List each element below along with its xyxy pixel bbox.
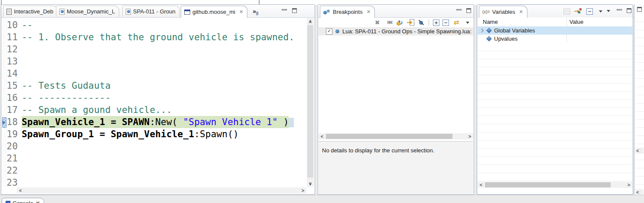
- column-header-value[interactable]: Value: [569, 19, 583, 25]
- line-number[interactable]: 19: [2, 128, 22, 140]
- code-line-10[interactable]: 10--: [2, 19, 306, 31]
- variables-tree[interactable]: Global VariablesUpvalues: [478, 26, 632, 43]
- variable-name: Upvalues: [494, 35, 517, 42]
- editor-horizontal-scrollbar[interactable]: < >: [17, 187, 306, 193]
- show-supported-breakpoints-button[interactable]: ↻: [397, 19, 404, 26]
- breakpoint-label: Lua: SPA-011 - Ground Ops - Simple Spawn…: [342, 28, 473, 35]
- variables-horizontal-scrollbar[interactable]: < >: [478, 182, 632, 188]
- scroll-right-icon[interactable]: >: [467, 133, 472, 139]
- code-line-12[interactable]: 12: [2, 43, 306, 55]
- line-number[interactable]: 21: [2, 152, 22, 164]
- scrollbar-thumb[interactable]: [485, 182, 611, 187]
- code-line-14[interactable]: 14: [2, 68, 306, 80]
- line-number[interactable]: 20: [2, 140, 22, 152]
- line-number[interactable]: 12: [2, 43, 22, 55]
- close-icon[interactable]: ✕: [367, 9, 371, 15]
- column-header-name[interactable]: Name: [483, 19, 498, 25]
- close-icon[interactable]: ✕: [239, 9, 243, 15]
- bottom-view-strip: Console ✕: [0, 195, 644, 203]
- view-menu-button[interactable]: [464, 19, 471, 26]
- go-to-file-for-breakpoint-button[interactable]: [407, 19, 414, 26]
- line-number[interactable]: 16: [2, 92, 22, 104]
- line-number[interactable]: 15: [2, 80, 22, 92]
- maximize-button[interactable]: [465, 8, 472, 14]
- scroll-left-icon[interactable]: <: [636, 190, 639, 195]
- remove-selected-breakpoints-button[interactable]: ✖: [374, 19, 381, 26]
- maximize-button[interactable]: [291, 8, 298, 14]
- variable-row-upvalues[interactable]: Upvalues: [478, 35, 632, 43]
- code-line-18[interactable]: 18Spawn_Vehicle_1 = SPAWN:New( "Spawn Ve…: [2, 116, 306, 128]
- tab-breakpoints[interactable]: Breakpoints ✕: [320, 6, 375, 18]
- expand-chevron-icon[interactable]: [480, 29, 484, 33]
- maximize-button[interactable]: [636, 7, 643, 13]
- scrollbar-thumb[interactable]: [307, 25, 313, 177]
- console-icon: [6, 201, 10, 203]
- clipped-horizontal-scrollbar[interactable]: <: [635, 148, 644, 154]
- line-number[interactable]: 10: [2, 19, 22, 31]
- minimize-button[interactable]: [616, 8, 622, 14]
- tab-variables[interactable]: (x)= Variables ✕: [479, 6, 527, 18]
- line-number[interactable]: 23: [2, 177, 22, 187]
- editor-tab-spa-011 - groun[interactable]: SPA-011 - Groun: [122, 6, 180, 17]
- line-number[interactable]: 13: [2, 55, 22, 68]
- code-text: [22, 164, 306, 177]
- code-editor[interactable]: 10--11-- 1. Observe that the ground vehi…: [2, 18, 306, 187]
- minimize-button[interactable]: [455, 8, 462, 14]
- code-line-23[interactable]: 23: [2, 177, 306, 187]
- code-text: --: [22, 19, 306, 31]
- close-icon[interactable]: ✕: [519, 9, 523, 15]
- close-icon[interactable]: ✕: [36, 200, 40, 203]
- collapse-all-button[interactable]: −: [586, 8, 593, 15]
- editor-tab-github.moose_mi[interactable]: github.moose_mi✕: [181, 6, 247, 18]
- link-with-debug-view-button[interactable]: ⇄: [452, 19, 461, 26]
- code-line-11[interactable]: 11-- 1. Observe that the ground vehicle …: [2, 31, 306, 43]
- scroll-left-icon[interactable]: <: [478, 182, 484, 188]
- tab-console[interactable]: Console ✕: [2, 198, 44, 203]
- interactive-console-icon: [7, 9, 12, 15]
- scroll-up-icon[interactable]: ∧: [307, 19, 314, 25]
- code-line-13[interactable]: 13: [2, 55, 306, 68]
- scrollbar-thumb[interactable]: [326, 134, 452, 139]
- maximize-button[interactable]: [626, 8, 632, 14]
- breakpoint-row[interactable]: ✓Lua: SPA-011 - Ground Ops - Simple Spaw…: [319, 27, 473, 35]
- collapse-all-button[interactable]: −: [442, 19, 449, 26]
- show-type-names-button[interactable]: [563, 8, 570, 15]
- skip-all-breakpoints-button[interactable]: [417, 19, 425, 26]
- tab-overflow-button[interactable]: »8: [253, 8, 258, 16]
- code-line-17[interactable]: 17-- Spawn a gound vehicle...: [2, 104, 306, 116]
- minimize-button[interactable]: [281, 8, 287, 14]
- view-menu-button[interactable]: [607, 10, 610, 12]
- code-text: [22, 152, 306, 164]
- scroll-left-icon[interactable]: <: [319, 133, 325, 139]
- show-logical-structure-button[interactable]: [574, 8, 582, 15]
- editor-tab-moose_dynamic_l[interactable]: Moose_Dynamic_L: [56, 6, 119, 17]
- chevron-double-icon: »: [253, 8, 256, 15]
- code-line-20[interactable]: 20: [2, 140, 306, 152]
- code-line-21[interactable]: 21: [2, 152, 306, 164]
- scroll-left-icon[interactable]: <: [18, 187, 23, 193]
- line-number[interactable]: 22: [2, 164, 22, 177]
- code-line-15[interactable]: 15-- Tests Gudauta: [2, 80, 306, 92]
- line-number[interactable]: 17: [2, 104, 22, 116]
- expand-all-button[interactable]: +: [433, 19, 439, 26]
- scroll-left-icon[interactable]: <: [636, 148, 639, 153]
- code-line-22[interactable]: 22: [2, 164, 306, 177]
- variable-row-global-variables[interactable]: Global Variables: [478, 26, 632, 35]
- line-number[interactable]: 14: [2, 68, 22, 80]
- editor-tab-interactive_deb[interactable]: Interactive_Deb: [3, 6, 58, 17]
- breakpoints-list[interactable]: ✓Lua: SPA-011 - Ground Ops - Simple Spaw…: [319, 27, 473, 133]
- remove-all-breakpoints-button[interactable]: ✖✖: [384, 19, 394, 26]
- clipped-horizontal-scrollbar[interactable]: <: [635, 189, 644, 195]
- scroll-right-icon[interactable]: >: [626, 182, 631, 188]
- breakpoint-enabled-checkbox[interactable]: ✓: [326, 28, 332, 35]
- code-text: [22, 140, 306, 152]
- editor-vertical-scrollbar[interactable]: ∧ ∨: [307, 18, 314, 187]
- view-menu-button[interactable]: [597, 8, 604, 15]
- breakpoints-horizontal-scrollbar[interactable]: < >: [319, 133, 473, 139]
- scroll-down-icon[interactable]: ∨: [307, 181, 314, 187]
- variable-icon: [486, 36, 492, 42]
- code-line-19[interactable]: 19Spawn_Group_1 = Spawn_Vehicle_1:Spawn(…: [2, 128, 306, 140]
- code-line-16[interactable]: 16-- -------------: [2, 92, 306, 104]
- line-number[interactable]: 11: [2, 31, 22, 43]
- scroll-right-icon[interactable]: >: [300, 187, 306, 193]
